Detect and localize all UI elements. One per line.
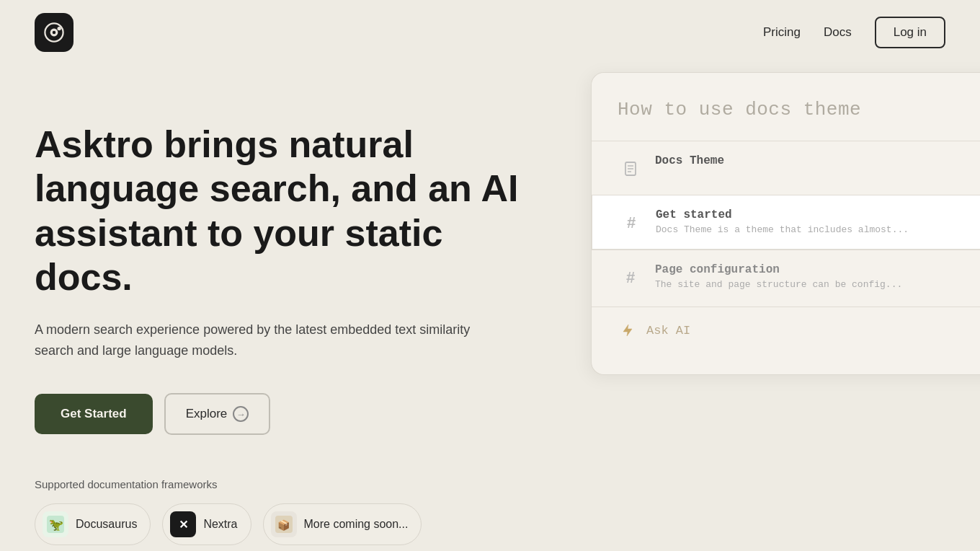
hero-subtitle: A modern search experience powered by th… <box>35 319 496 361</box>
demo-result-2-content: Get started Docs Theme is a theme that i… <box>656 208 980 235</box>
demo-result-1[interactable]: Docs Theme <box>592 141 980 195</box>
demo-result-2[interactable]: # Get started Docs Theme is a theme that… <box>592 195 980 250</box>
ask-ai-bar[interactable]: Ask AI <box>592 307 980 353</box>
hero-content: Asktro brings natural language search, a… <box>35 108 625 545</box>
svg-text:🦖: 🦖 <box>49 518 63 532</box>
doc-icon <box>618 156 643 182</box>
demo-result-1-title: Docs Theme <box>655 154 980 167</box>
svg-point-2 <box>53 31 56 35</box>
demo-result-2-title: Get started <box>656 208 980 221</box>
explore-label: Explore <box>186 407 228 421</box>
svg-text:📦: 📦 <box>277 519 290 532</box>
nav-links: Pricing Docs Log in <box>763 17 945 48</box>
demo-result-2-desc: Docs Theme is a theme that includes almo… <box>656 224 980 235</box>
demo-result-3-title: Page configuration <box>655 263 980 276</box>
demo-result-1-content: Docs Theme <box>655 154 980 170</box>
frameworks-list: 🦖 Docusaurus ✕ Nextra 📦 <box>35 503 625 545</box>
hash-icon-1: # <box>618 210 644 236</box>
more-label: More coming soon... <box>304 518 409 531</box>
explore-arrow-icon: → <box>233 406 249 422</box>
framework-nextra: ✕ Nextra <box>162 503 251 545</box>
explore-button[interactable]: Explore → <box>164 393 271 435</box>
svg-point-3 <box>58 27 61 30</box>
docusaurus-label: Docusaurus <box>76 518 137 531</box>
frameworks-section: Supported documentation frameworks 🦖 Doc… <box>35 478 625 545</box>
get-started-button[interactable]: Get Started <box>35 394 153 434</box>
demo-query-text: How to use docs theme <box>592 99 980 141</box>
demo-result-3-desc: The site and page structure can be confi… <box>655 279 980 290</box>
demo-results: Docs Theme # Get started Docs Theme is a… <box>592 141 980 304</box>
hero-brand-name: Asktro <box>35 123 153 165</box>
demo-result-3[interactable]: # Page configuration The site and page s… <box>592 250 980 304</box>
demo-panel: How to use docs theme Docs Theme <box>591 72 980 375</box>
logo[interactable] <box>35 13 74 52</box>
nav-pricing[interactable]: Pricing <box>763 25 801 40</box>
framework-docusaurus: 🦖 Docusaurus <box>35 503 151 545</box>
demo-result-3-content: Page configuration The site and page str… <box>655 263 980 290</box>
nextra-icon: ✕ <box>170 511 196 537</box>
more-icon: 📦 <box>271 511 297 537</box>
nav-docs[interactable]: Docs <box>824 25 852 40</box>
hero-title: Asktro brings natural language search, a… <box>35 123 525 299</box>
framework-more: 📦 More coming soon... <box>263 503 422 545</box>
frameworks-label: Supported documentation frameworks <box>35 478 625 490</box>
docusaurus-icon: 🦖 <box>43 511 68 537</box>
hash-icon-2: # <box>618 265 643 291</box>
navbar: Pricing Docs Log in <box>0 0 980 65</box>
logo-icon <box>35 13 74 52</box>
hero-buttons: Get Started Explore → <box>35 393 625 435</box>
nav-login-button[interactable]: Log in <box>875 17 945 48</box>
hero-section: Asktro brings natural language search, a… <box>0 65 980 545</box>
nextra-label: Nextra <box>203 518 237 531</box>
ai-lightning-icon <box>618 320 638 340</box>
ask-ai-label: Ask AI <box>646 324 690 338</box>
